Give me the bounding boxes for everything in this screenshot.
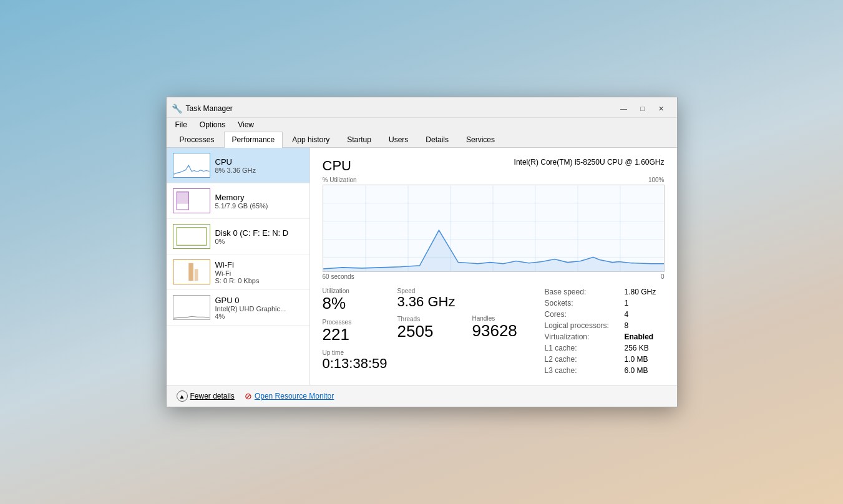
stat-threads: Threads 2505 [397, 316, 472, 341]
tab-processes[interactable]: Processes [172, 132, 223, 147]
sidebar-item-gpu[interactable]: GPU 0 Intel(R) UHD Graphic... 4% [167, 290, 309, 326]
cpu-chart [323, 185, 665, 272]
cores-val: 4 [625, 310, 629, 319]
virtualization-key: Virtualization: [545, 332, 620, 341]
cpu-header: CPU Intel(R) Core(TM) i5-8250U CPU @ 1.6… [323, 158, 665, 174]
stats-left: Utilization 8% Processes 221 Up time 0:1… [323, 288, 397, 375]
tab-users[interactable]: Users [381, 132, 416, 147]
menu-file[interactable]: File [172, 119, 191, 130]
cores-key: Cores: [545, 310, 620, 319]
disk-info: Disk 0 (C: F: E: N: D 0% [215, 228, 289, 245]
memory-info: Memory 5.1/7.9 GB (65%) [215, 193, 268, 210]
close-button[interactable]: ✕ [653, 102, 670, 115]
tab-app-history[interactable]: App history [284, 132, 338, 147]
fewer-details-button[interactable]: ▲ Fewer details [177, 390, 235, 402]
processes-value: 221 [323, 326, 397, 344]
fewer-details-label: Fewer details [190, 392, 235, 400]
menu-options[interactable]: Options [196, 119, 229, 130]
l2-val: 1.0 MB [625, 355, 648, 364]
svg-rect-4 [194, 269, 198, 281]
gpu-sub: Intel(R) UHD Graphic... [215, 305, 286, 313]
chevron-up-icon: ▲ [177, 390, 188, 402]
cpu-info-table: Base speed: 1.80 GHz Sockets: 1 Cores: 4… [545, 288, 656, 375]
resource-monitor-icon: ⊘ [245, 391, 252, 401]
wifi-info: Wi-Fi Wi-Fi S: 0 R: 0 Kbps [215, 260, 260, 284]
wifi-value: S: 0 R: 0 Kbps [215, 277, 260, 284]
info-l3: L3 cache: 6.0 MB [545, 366, 656, 375]
wifi-sub: Wi-Fi [215, 269, 260, 277]
stat-processes: Processes 221 [323, 319, 397, 344]
gpu-name: GPU 0 [215, 296, 286, 305]
stat-handles-spacer [472, 288, 535, 309]
svg-rect-2 [177, 228, 207, 246]
info-logical-processors: Logical processors: 8 [545, 321, 656, 330]
memory-name: Memory [215, 193, 268, 202]
l3-key: L3 cache: [545, 366, 620, 375]
uptime-value: 0:13:38:59 [323, 356, 397, 371]
title-bar: 🔧 Task Manager — □ ✕ [167, 97, 677, 118]
tab-bar: Processes Performance App history Startu… [167, 132, 677, 148]
disk-thumbnail [173, 224, 210, 249]
svg-marker-16 [323, 230, 664, 272]
wifi-name: Wi-Fi [215, 260, 260, 269]
sidebar-item-cpu[interactable]: CPU 8% 3.36 GHz [167, 148, 309, 183]
cpu-title: CPU [323, 158, 351, 174]
processes-label: Processes [323, 319, 397, 326]
l3-val: 6.0 MB [625, 366, 648, 375]
stats-middle: Speed 3.36 GHz Threads 2505 [397, 288, 472, 375]
wifi-thumbnail [173, 259, 210, 284]
stat-speed: Speed 3.36 GHz [397, 288, 472, 309]
sidebar-item-memory[interactable]: Memory 5.1/7.9 GB (65%) [167, 183, 309, 219]
task-manager-window: 🔧 Task Manager — □ ✕ File Options View P… [166, 97, 678, 407]
stat-uptime: Up time 0:13:38:59 [323, 349, 397, 371]
memory-thumbnail [173, 188, 210, 213]
base-speed-key: Base speed: [545, 288, 620, 296]
info-sockets: Sockets: 1 [545, 299, 656, 308]
resource-monitor-label[interactable]: Open Resource Monitor [255, 392, 334, 400]
chart-x-labels: 60 seconds 0 [323, 273, 665, 280]
l1-key: L1 cache: [545, 344, 620, 352]
disk-value: 0% [215, 238, 289, 245]
title-buttons: — □ ✕ [616, 102, 670, 115]
sidebar-item-disk[interactable]: Disk 0 (C: F: E: N: D 0% [167, 219, 309, 254]
cpu-name: CPU [215, 157, 256, 167]
menu-view[interactable]: View [234, 119, 258, 130]
sidebar-item-wifi[interactable]: Wi-Fi Wi-Fi S: 0 R: 0 Kbps [167, 254, 309, 290]
tab-startup[interactable]: Startup [339, 132, 379, 147]
info-l1: L1 cache: 256 KB [545, 344, 656, 352]
cpu-thumbnail [173, 153, 210, 178]
svg-rect-1 [177, 192, 188, 204]
l1-val: 256 KB [625, 344, 649, 352]
sockets-key: Sockets: [545, 299, 620, 308]
threads-value: 2505 [397, 322, 472, 341]
info-virtualization: Virtualization: Enabled [545, 332, 656, 341]
footer: ▲ Fewer details ⊘ Open Resource Monitor [167, 385, 677, 407]
tab-services[interactable]: Services [458, 132, 503, 147]
info-l2: L2 cache: 1.0 MB [545, 355, 656, 364]
chart-x-right: 0 [661, 273, 665, 280]
sidebar: CPU 8% 3.36 GHz Memory 5.1/7.9 GB (65%) [167, 148, 310, 385]
cpu-model: Intel(R) Core(TM) i5-8250U CPU @ 1.60GHz [514, 158, 665, 167]
logical-processors-key: Logical processors: [545, 321, 620, 330]
tab-details[interactable]: Details [417, 132, 457, 147]
tab-performance[interactable]: Performance [224, 132, 283, 148]
stat-handles: Handles 93628 [472, 315, 535, 340]
open-resource-monitor-button[interactable]: ⊘ Open Resource Monitor [245, 391, 334, 401]
chart-y-label-right: 100% [648, 177, 665, 183]
utilization-value: 8% [323, 294, 397, 313]
window-title: Task Manager [186, 104, 233, 113]
minimize-button[interactable]: — [616, 102, 632, 115]
handles-value: 93628 [472, 322, 535, 340]
disk-name: Disk 0 (C: F: E: N: D [215, 228, 289, 238]
window-icon: 🔧 [172, 104, 182, 114]
info-cores: Cores: 4 [545, 310, 656, 319]
virtualization-val: Enabled [625, 332, 654, 341]
cpu-chart-area: % Utilization 100% [323, 177, 665, 280]
gpu-info: GPU 0 Intel(R) UHD Graphic... 4% [215, 296, 286, 320]
l2-key: L2 cache: [545, 355, 620, 364]
gpu-value: 4% [215, 313, 286, 320]
performance-panel: CPU Intel(R) Core(TM) i5-8250U CPU @ 1.6… [310, 148, 677, 385]
maximize-button[interactable]: □ [635, 102, 651, 115]
chart-y-label: % Utilization [323, 177, 357, 183]
cpu-value: 8% 3.36 GHz [215, 167, 256, 174]
